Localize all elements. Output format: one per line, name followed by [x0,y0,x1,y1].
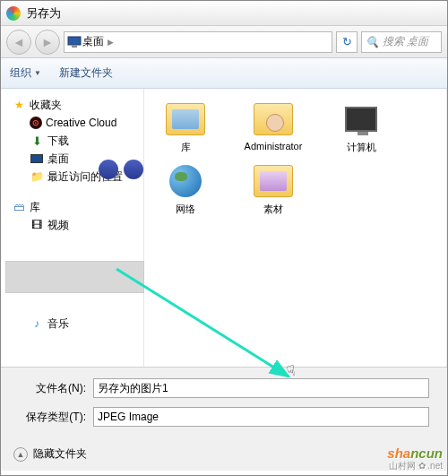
download-icon: ⬇ [30,134,44,148]
sidebar-item-videos[interactable]: 🎞 视频 [4,216,140,234]
filetype-label: 保存类型(T): [19,410,86,425]
library-icon: 🗃 [12,200,26,214]
app-icon [6,6,21,21]
item-label: Administrator [245,141,303,151]
breadcrumb-location: 桌面 [82,34,104,49]
favorites-group[interactable]: ★ 收藏夹 [4,96,140,114]
desktop-icon [66,35,82,49]
list-item[interactable]: 计算机 [325,100,397,154]
favorites-label: 收藏夹 [30,98,62,113]
chevron-right-icon: ▶ [104,38,117,47]
folder-icon [252,161,295,201]
library-icon [164,100,207,139]
sidebar-item-label: Creative Cloud [46,117,116,129]
user-folder-icon [252,100,295,139]
breadcrumb[interactable]: 桌面 ▶ [64,31,332,53]
search-placeholder: 搜索 桌面 [383,34,428,49]
creative-cloud-icon: ⊙ [30,117,42,129]
new-folder-button[interactable]: 新建文件夹 [59,65,113,81]
filename-row: 文件名(N): 另存为的图片1 [19,378,429,398]
list-item[interactable]: 素材 [237,161,309,216]
chevron-up-icon: ▲ [13,447,28,462]
obscured-region [5,261,144,293]
folder-icon: 📁 [30,169,44,184]
item-label: 网络 [176,203,195,216]
filename-label: 文件名(N): [19,381,86,396]
desktop-icon [30,151,44,166]
organize-menu[interactable]: 组织 ▼ [10,65,41,81]
file-list[interactable]: 库 Administrator 计算机 网络 素材 [144,89,442,367]
save-fields: 文件名(N): 另存为的图片1 保存类型(T): JPEG Image [1,367,447,437]
filetype-value: JPEG Image [98,411,159,423]
music-icon: ♪ [30,316,44,331]
blob-icon [124,160,143,179]
list-item[interactable]: 网络 [150,161,221,216]
filename-value: 另存为的图片1 [98,381,168,396]
dropdown-arrow-icon: ▼ [34,69,41,77]
extra-icons [99,160,143,179]
blob-icon [99,160,118,179]
filetype-row: 保存类型(T): JPEG Image [19,407,429,427]
sidebar-item-label: 下载 [47,134,69,149]
list-item[interactable]: Administrator [237,100,309,154]
libraries-group[interactable]: 🗃 库 [4,198,140,216]
toolbar: 组织 ▼ 新建文件夹 [1,58,447,89]
computer-icon [340,100,383,139]
item-label: 素材 [263,203,283,216]
search-icon: 🔍 [366,36,379,48]
window-title: 另存为 [26,5,61,22]
search-input[interactable]: 🔍 搜索 桌面 [361,31,442,53]
sidebar-item-label: 桌面 [47,151,69,167]
sidebar-item-music[interactable]: ♪ 音乐 [4,315,140,333]
libraries-label: 库 [30,200,40,215]
star-icon: ★ [12,98,26,112]
filename-input[interactable]: 另存为的图片1 [93,378,429,398]
sidebar-item-label: 音乐 [47,316,69,332]
body-area: ★ 收藏夹 ⊙ Creative Cloud ⬇ 下载 桌面 📁 最近访问的位置 [1,89,447,367]
hide-folders-toggle[interactable]: ▲ 隐藏文件夹 [1,437,447,471]
svg-rect-0 [68,37,81,45]
sidebar-item-creative-cloud[interactable]: ⊙ Creative Cloud [4,114,140,132]
item-label: 库 [181,141,191,154]
forward-button[interactable]: ► [35,30,60,55]
network-icon [164,161,207,201]
svg-rect-1 [72,46,77,48]
sidebar-item-label: 视频 [47,218,69,233]
nav-bar: ◄ ► 桌面 ▶ ↻ 🔍 搜索 桌面 [1,26,447,58]
title-bar[interactable]: 另存为 [1,1,447,26]
hide-folders-label: 隐藏文件夹 [33,446,87,462]
folder-tree: ★ 收藏夹 ⊙ Creative Cloud ⬇ 下载 桌面 📁 最近访问的位置 [1,89,144,367]
new-folder-label: 新建文件夹 [59,65,113,81]
divider [446,89,447,367]
back-button[interactable]: ◄ [6,30,31,55]
refresh-button[interactable]: ↻ [336,31,358,53]
video-icon: 🎞 [30,218,44,232]
filetype-select[interactable]: JPEG Image [93,407,429,427]
save-as-dialog: 另存为 ◄ ► 桌面 ▶ ↻ 🔍 搜索 桌面 组织 ▼ 新建文件夹 ★ [0,0,448,476]
list-item[interactable]: 库 [150,100,221,154]
sidebar-item-downloads[interactable]: ⬇ 下载 [4,132,140,150]
item-label: 计算机 [347,141,376,154]
organize-label: 组织 [10,65,31,81]
